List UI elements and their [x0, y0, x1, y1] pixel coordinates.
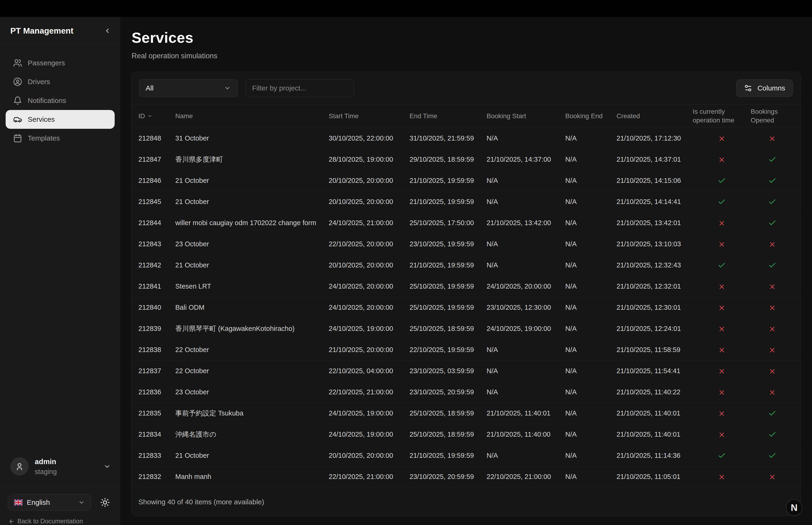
cell-booking_end: N/A [565, 388, 616, 396]
cell-id: 212842 [138, 261, 175, 269]
cell-name: Manh manh [175, 473, 329, 481]
column-header-booking_end[interactable]: Booking End [565, 112, 616, 120]
cell-booking_start: N/A [487, 198, 565, 206]
cell-booking_start: N/A [487, 346, 565, 354]
cell-is_currently_operation_time [693, 303, 751, 311]
user-name: admin [35, 457, 57, 466]
chevron-left-icon [104, 27, 111, 34]
user-environment: staging [35, 468, 57, 476]
sidebar-item-services[interactable]: Services [6, 110, 114, 129]
cell-name: 23 October [175, 240, 329, 248]
cell-booking_end: N/A [565, 198, 616, 206]
language-select[interactable]: English [8, 494, 91, 511]
cell-start_time: 24/10/2025, 21:00:00 [329, 219, 410, 227]
cell-end_time: 25/10/2025, 19:59:59 [410, 304, 487, 311]
columns-button[interactable]: Columns [736, 79, 793, 97]
table-row[interactable]: 212834沖縄名護市の24/10/2025, 19:00:0025/10/20… [131, 424, 800, 445]
cross-icon [718, 304, 725, 312]
services-table-card: All Columns ID Name Start Time End Time [131, 72, 801, 516]
back-to-documentation-link[interactable]: Back to Documentation [8, 518, 113, 525]
table-row[interactable]: 212841Stesen LRT24/10/2025, 20:00:0025/1… [131, 276, 800, 297]
cell-booking_end: N/A [565, 367, 616, 375]
cell-id: 212832 [138, 473, 175, 481]
column-header-id[interactable]: ID [138, 112, 175, 120]
table-row[interactable]: 212839香川県琴平町 (KagawakenKotohiracho)24/10… [131, 318, 800, 339]
user-circle-icon [13, 77, 22, 86]
cell-end_time: 25/10/2025, 17:50:00 [410, 219, 487, 227]
column-header-booking_start[interactable]: Booking Start [487, 112, 565, 120]
cell-created: 21/10/2025, 11:58:59 [616, 346, 693, 354]
cell-name: 香川県多度津町 [175, 155, 329, 164]
column-header-start_time[interactable]: Start Time [329, 112, 410, 120]
cell-bookings_opened [751, 303, 794, 311]
cell-name: 22 October [175, 367, 329, 375]
cell-end_time: 31/10/2025, 21:59:59 [410, 134, 487, 142]
arrow-left-icon [9, 519, 15, 525]
table-row[interactable]: 21283722 October22/10/2025, 04:00:0023/1… [131, 360, 800, 381]
check-icon [768, 177, 777, 185]
user-icon [15, 462, 24, 471]
cell-booking_start: 21/10/2025, 14:37:00 [487, 155, 565, 163]
cell-id: 212846 [138, 177, 175, 184]
cell-created: 21/10/2025, 11:40:22 [616, 388, 693, 396]
users-icon [13, 59, 22, 68]
cell-is_currently_operation_time [693, 451, 751, 460]
cell-end_time: 29/10/2025, 18:59:59 [410, 155, 487, 163]
project-filter-input[interactable] [245, 79, 354, 97]
column-header-created[interactable]: Created [616, 112, 693, 120]
theme-toggle-button[interactable] [100, 497, 110, 507]
cell-booking_start: N/A [487, 388, 565, 396]
table-row[interactable]: 212835事前予約設定 Tsukuba24/10/2025, 19:00:00… [131, 403, 800, 424]
cell-end_time: 21/10/2025, 19:59:59 [410, 452, 487, 460]
table-row[interactable]: 21284221 October20/10/2025, 20:00:0021/1… [131, 255, 800, 276]
cross-icon [768, 389, 776, 396]
column-header-end_time[interactable]: End Time [410, 112, 487, 120]
check-icon [768, 198, 777, 206]
sidebar-item-notifications[interactable]: Notifications [6, 91, 114, 110]
cell-booking_end: N/A [565, 431, 616, 438]
cell-booking_end: N/A [565, 473, 616, 481]
nextjs-dev-badge[interactable]: N [786, 499, 802, 516]
language-label: English [27, 498, 50, 507]
uk-flag-icon [14, 499, 22, 506]
table-row[interactable]: 212832Manh manh22/10/2025, 21:00:0023/10… [131, 466, 800, 487]
table-row[interactable]: 21284831 October30/10/2025, 22:00:0031/1… [131, 128, 800, 149]
table-row[interactable]: 21284621 October20/10/2025, 20:00:0021/1… [131, 170, 800, 191]
cell-id: 212838 [138, 346, 175, 354]
sidebar-item-label: Notifications [28, 96, 66, 105]
table-row[interactable]: 21283321 October20/10/2025, 20:00:0021/1… [131, 445, 800, 466]
column-header-name[interactable]: Name [175, 112, 329, 120]
sidebar-item-passengers[interactable]: Passengers [6, 54, 114, 72]
sidebar-item-drivers[interactable]: Drivers [6, 72, 114, 91]
cross-icon [718, 325, 725, 333]
cell-created: 21/10/2025, 12:24:01 [616, 325, 693, 332]
column-header-bookings_opened[interactable]: Bookings Opened [751, 107, 794, 124]
cell-id: 212836 [138, 388, 175, 396]
cell-booking_start: N/A [487, 134, 565, 142]
cross-icon [768, 135, 776, 142]
cell-created: 21/10/2025, 17:12:30 [616, 134, 693, 142]
cell-name: 21 October [175, 261, 329, 269]
bell-icon [13, 96, 22, 105]
cell-id: 212839 [138, 325, 175, 332]
scope-select[interactable]: All [139, 79, 238, 97]
sidebar-bottom: English Back to Documentation [0, 486, 120, 525]
table-row[interactable]: 212847香川県多度津町28/10/2025, 19:00:0029/10/2… [131, 149, 800, 170]
sidebar-collapse-button[interactable] [104, 27, 111, 34]
cell-bookings_opened [751, 346, 794, 354]
table-row[interactable]: 21283623 October22/10/2025, 21:00:0023/1… [131, 381, 800, 403]
cell-booking_start: 21/10/2025, 13:42:00 [487, 219, 565, 227]
sidebar-item-templates[interactable]: Templates [6, 129, 114, 148]
table-row[interactable]: 21284521 October20/10/2025, 20:00:0021/1… [131, 191, 800, 212]
table-row[interactable]: 21283822 October21/10/2025, 20:00:0022/1… [131, 339, 800, 360]
column-header-is_currently_operation_time[interactable]: Is currently operation time [693, 107, 751, 124]
table-row[interactable]: 212844willer mobi caugiay odm 1702022 ch… [131, 212, 800, 234]
cell-is_currently_operation_time [693, 472, 751, 481]
table-row[interactable]: 21284323 October22/10/2025, 20:00:0023/1… [131, 234, 800, 255]
sun-icon [100, 497, 110, 507]
user-menu[interactable]: admin staging [0, 457, 120, 476]
cross-icon [768, 241, 776, 248]
cell-is_currently_operation_time [693, 134, 751, 142]
table-row[interactable]: 212840Bali ODM24/10/2025, 20:00:0025/10/… [131, 297, 800, 318]
check-icon [768, 155, 777, 164]
